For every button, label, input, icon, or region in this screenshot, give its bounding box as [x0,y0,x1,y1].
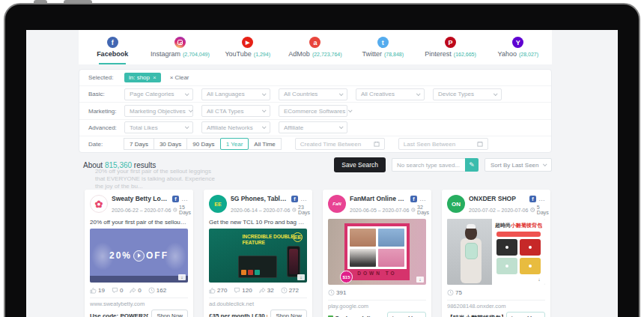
ad-text: Get the new TCL 10 Pro and bag a free TC… [209,219,307,226]
shop-now-button[interactable]: Shop Now [270,310,307,317]
remove-tag-icon[interactable]: × [153,74,157,81]
more-options-icon[interactable]: … [419,197,426,201]
tab-admob[interactable]: a AdMob(22,723,764) [282,30,349,64]
stat-value: 0 [120,287,123,294]
shop-now-button[interactable]: Shop Now [151,310,188,317]
download-icon[interactable]: ↓ [178,274,186,280]
tab-count: (78,848) [384,52,404,57]
select-device-types[interactable]: Device Types [433,88,502,100]
ad-card[interactable]: FaN FanMart Online Shopping - F... f … 2… [323,190,431,317]
tab-youtube[interactable]: ▶ YouTube(1,294) [214,30,282,64]
select-affiliate[interactable]: Affiliate [279,121,347,133]
ad-creative-image[interactable]: 20% OFF ↓ [90,229,188,283]
ad-creative-image[interactable]: 超時尚小雛菊後背包 ↓ [447,219,545,285]
select-cta-types[interactable]: All CTA Types [201,105,270,117]
chevron-down-icon [262,91,267,96]
phone-graphic [287,246,300,277]
selected-filter-tag[interactable]: in: shop× [124,73,161,82]
filter-row-date: Date: 7 Days 30 Days 90 Days 1 Year All … [79,136,551,152]
learn-more-button[interactable]: Learn More [506,312,545,317]
input-placeholder: Created Time Between [300,141,361,148]
tab-yahoo[interactable]: Y Yahoo(28,027) [484,30,552,64]
date-range-1-year[interactable]: 1 Year [220,138,249,150]
download-icon[interactable]: ↓ [535,277,543,283]
learn-more-button[interactable]: Learn More [387,312,426,317]
twitter-icon: t [377,37,389,48]
more-options-icon[interactable]: … [538,197,545,201]
filter-label: Date: [88,141,124,148]
more-options-icon[interactable]: … [300,197,307,201]
ad-text-tooltip: 20% off your first pair of the sellout l… [95,168,230,190]
sort-select[interactable]: Sort By Last Seen [484,158,552,172]
advertiser-name[interactable]: Sweaty Betty London | Wom... [112,195,170,202]
facebook-icon: f [291,196,298,202]
tab-label: AdMob [288,50,310,58]
select-countries[interactable]: All Countries [279,88,347,100]
ad-card[interactable]: EE 5G Phones, Tablets & SIMs | ... f … 2… [204,190,312,317]
select-total-likes[interactable]: Total Likes [124,121,193,133]
ad-domain[interactable]: 986208148.onxder.com [447,300,545,310]
stat-value: 272 [289,287,299,294]
tab-count: (1,294) [254,52,270,57]
select-affiliate-networks[interactable]: Affiliate Networks [201,121,270,133]
ad-stats: 270 120 32 272 [209,287,307,294]
stat-value: 19 [98,287,105,294]
more-options-icon[interactable]: … [181,197,188,201]
tab-label: YouTube [225,50,251,58]
tab-pinterest[interactable]: P Pinterest(162,665) [416,30,484,64]
download-icon[interactable]: ↓ [297,274,305,280]
select-marketing-objectives[interactable]: Marketing Objectives [124,105,193,117]
date-range-all-time[interactable]: All Time [248,138,281,150]
ad-card[interactable]: ON ONXDER SHOP f … 2020-07-02 – 2020-07-… [442,190,550,317]
ad-domain[interactable]: play.google.com [328,300,426,310]
chevron-down-icon [493,91,498,96]
advertiser-name[interactable]: ONXDER SHOP [469,195,527,202]
likes-stat: 19 [90,287,105,294]
advertiser-name[interactable]: 5G Phones, Tablets & SIMs | ... [231,195,289,202]
creative-text: 20% [109,250,132,261]
filter-label: Basic: [88,91,124,97]
date-range-30-days[interactable]: 30 Days [154,138,187,150]
saved-search-select[interactable]: No search type saved... [392,158,465,172]
clear-filters-button[interactable]: ×Clear [170,74,189,81]
clock-icon [411,207,416,213]
ad-duration: 15 Days [173,205,192,215]
ad-creative-image[interactable]: DOWN TO $15 ↓ [328,219,426,285]
advertiser-avatar: EE [209,195,227,213]
creative-headline: FEATURE [243,240,265,245]
play-icon[interactable] [133,250,145,262]
tab-count: (2,704,049) [183,52,210,57]
stat-value: 75 [455,289,462,296]
date-range-90-days[interactable]: 90 Days [186,138,220,150]
facebook-icon: f [410,196,417,202]
select-languages[interactable]: All Languages [201,88,270,100]
advertiser-name[interactable]: FanMart Online Shopping - F... [350,195,408,202]
share-icon [259,287,266,294]
stat-value: 391 [336,289,346,296]
created-time-between-input[interactable]: Created Time Between [295,138,385,150]
like-icon [209,287,216,294]
last-seen-between-input[interactable]: Last Seen Between [398,138,488,150]
ad-creative-image[interactable]: INCREDIBLE DOUBLEFEATURE EE ↓ [209,229,307,283]
ad-card[interactable]: ✿ Sweaty Betty London | Wom... f … 2020-… [85,190,193,317]
save-search-button[interactable]: Save Search [334,157,386,172]
tab-facebook[interactable]: f Facebook [79,30,146,64]
select-page-categories[interactable]: Page Categories [124,88,193,100]
filter-label: Advanced: [88,124,124,131]
ad-domain[interactable]: www.sweatybetty.com [90,298,188,307]
tab-instagram[interactable]: Instagram(2,704,049) [146,30,213,64]
ad-domain[interactable]: ad.doubleclick.net [209,298,307,307]
select-value: All CTA Types [207,108,244,115]
select-ecommerce-softwares[interactable]: ECommerce Softwares [279,105,347,117]
download-icon[interactable]: ↓ [416,277,424,283]
ad-date-range: 2020-06-22 – 2020-07-06 [112,208,171,213]
heat-stat: 75 [447,289,462,296]
edit-saved-search-button[interactable]: ✎ [465,158,479,172]
date-range-7-days[interactable]: 7 Days [124,138,154,150]
clear-label: Clear [174,74,189,81]
tab-twitter[interactable]: t Twitter(78,848) [349,30,416,64]
select-creatives[interactable]: All Creatives [356,88,425,100]
ad-stats: 19 0 0 162 [90,287,188,294]
select-value: Affiliate [284,124,303,131]
comments-stat: 120 [234,287,252,294]
